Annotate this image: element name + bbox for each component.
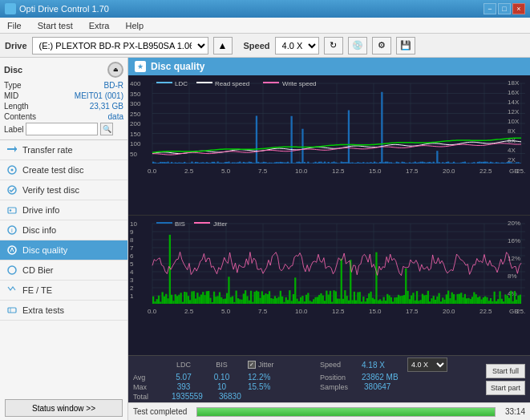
titlebar: Opti Drive Control 1.70 − □ × [0, 0, 530, 18]
extra-tests-icon [6, 305, 18, 316]
position-value: 23862 MB [362, 373, 399, 382]
drive-toolbar: Drive (E:) PLEXTOR BD-R PX-LB950SA 1.06 … [0, 34, 530, 58]
avg-bis: 0.10 [212, 373, 232, 382]
svg-rect-11 [8, 308, 16, 313]
mid-label: MID [4, 91, 18, 100]
menu-file[interactable]: File [3, 19, 26, 32]
main-area: Disc ⏏ Type BD-R MID MEIT01 (001) Length… [0, 58, 530, 420]
speed-label2: Speed [320, 361, 346, 369]
samples-value: 380647 [364, 382, 390, 391]
menu-help[interactable]: Help [121, 19, 148, 32]
contents-value: data [108, 112, 123, 121]
sidebar-item-disc-info[interactable]: i Disc info [0, 220, 127, 240]
sidebar-drive-info-label: Drive info [22, 205, 59, 215]
bis-header: BIS [212, 361, 232, 369]
disc-quality-header: ★ Disc quality [128, 58, 530, 75]
sidebar-item-extra-tests[interactable]: Extra tests [0, 301, 127, 321]
start-full-button[interactable]: Start full [486, 364, 525, 378]
type-value: BD-R [104, 81, 123, 90]
drive-label: Drive [5, 41, 27, 50]
speed-select[interactable]: 4.0 X 1.0 X 2.0 X 6.0 X 8.0 X [275, 37, 319, 55]
menu-extra[interactable]: Extra [85, 19, 114, 32]
progress-fill [197, 408, 495, 416]
jitter-label: Jitter [258, 361, 274, 369]
max-label: Max [133, 383, 156, 391]
jitter-check[interactable]: ✓ Jitter [248, 361, 304, 369]
sidebar-item-cd-bier[interactable]: CD Bier [0, 260, 127, 281]
sidebar-item-fe-te[interactable]: FE / TE [0, 281, 127, 301]
avg-label: Avg [133, 374, 156, 382]
close-button[interactable]: × [512, 3, 525, 14]
sidebar-item-transfer-rate[interactable]: Transfer rate [0, 140, 127, 160]
sidebar-disc-info-label: Disc info [22, 225, 56, 235]
svg-marker-1 [14, 146, 17, 152]
sidebar-item-disc-quality[interactable]: Disc quality [0, 240, 127, 260]
label-input[interactable] [26, 123, 98, 135]
label-label: Label [4, 125, 23, 134]
verify-test-disc-icon [6, 184, 18, 196]
app-title: Opti Drive Control 1.70 [19, 4, 109, 14]
drive-eject-button[interactable]: ▲ [213, 37, 233, 55]
speed-label: Speed [244, 41, 270, 50]
settings-button[interactable]: ⚙ [372, 37, 391, 55]
jitter-checkbox[interactable]: ✓ [248, 361, 256, 369]
sidebar-disc-quality-label: Disc quality [22, 245, 67, 255]
transfer-rate-icon [6, 144, 18, 155]
cd-bier-icon [6, 265, 18, 276]
speed-select-2[interactable]: 4.0 X 2.0 X 8.0 X [407, 357, 447, 372]
content-area: ★ Disc quality LDC BIS ✓ Jitter [128, 58, 530, 420]
sidebar-item-verify-test-disc[interactable]: Verify test disc [0, 180, 127, 200]
start-part-button[interactable]: Start part [486, 381, 525, 395]
sidebar-menu: Transfer rate Create test disc Verify te… [0, 140, 127, 396]
total-bis: 36830 [219, 392, 241, 401]
status-window-button[interactable]: Status window >> [5, 399, 123, 417]
disc-panel: Disc ⏏ Type BD-R MID MEIT01 (001) Length… [0, 58, 127, 140]
create-test-disc-icon [6, 164, 18, 176]
sidebar-extra-tests-label: Extra tests [22, 305, 64, 315]
label-search-button[interactable]: 🔍 [100, 123, 113, 135]
status-text: Test completed [133, 407, 187, 416]
sidebar-item-create-test-disc[interactable]: Create test disc [0, 160, 127, 180]
stats-bar: LDC BIS ✓ Jitter Speed 4.18 X 4.0 X 2.0 … [128, 355, 530, 402]
type-label: Type [4, 81, 22, 90]
drive-info-icon [6, 204, 18, 216]
minimize-button[interactable]: − [483, 3, 496, 14]
action-buttons: Start full Start part [486, 364, 525, 395]
refresh-button[interactable]: ↻ [324, 37, 343, 55]
svg-text:i: i [11, 227, 13, 234]
max-bis: 10 [212, 382, 232, 391]
length-label: Length [4, 102, 29, 111]
sidebar-create-test-disc-label: Create test disc [22, 165, 83, 175]
disc-eject-icon[interactable]: ⏏ [107, 62, 123, 78]
avg-ldc: 5.07 [172, 373, 196, 382]
disc-section-title: Disc [4, 65, 22, 75]
menu-start-test[interactable]: Start test [34, 19, 77, 32]
charts-area [128, 75, 530, 355]
bottom-status-bar: Test completed 33:14 [128, 402, 530, 420]
svg-point-3 [11, 169, 14, 172]
sidebar-verify-test-disc-label: Verify test disc [22, 185, 79, 195]
app-icon [5, 3, 16, 14]
disc-quality-header-icon: ★ [135, 61, 146, 72]
disc-quality-icon [6, 244, 18, 256]
sidebar-cd-bier-label: CD Bier [22, 265, 54, 275]
total-ldc: 1935559 [172, 392, 203, 401]
max-ldc: 393 [172, 382, 196, 391]
maximize-button[interactable]: □ [498, 3, 511, 14]
sidebar-item-drive-info[interactable]: Drive info [0, 200, 127, 220]
disc-button[interactable]: 💿 [348, 37, 367, 55]
sidebar-transfer-rate-label: Transfer rate [22, 145, 73, 155]
save-button[interactable]: 💾 [396, 37, 415, 55]
titlebar-left: Opti Drive Control 1.70 [5, 3, 109, 14]
position-label: Position [320, 374, 346, 382]
time-text: 33:14 [505, 407, 525, 416]
progress-bar [196, 407, 496, 417]
samples-label: Samples [320, 383, 348, 391]
bottom-chart [128, 216, 530, 355]
drive-select[interactable]: (E:) PLEXTOR BD-R PX-LB950SA 1.06 [32, 37, 208, 55]
svg-point-10 [8, 266, 16, 274]
fe-te-icon [6, 285, 18, 296]
sidebar-fe-te-label: FE / TE [22, 285, 52, 295]
max-jitter: 15.5% [248, 382, 304, 391]
length-value: 23,31 GB [90, 102, 123, 111]
